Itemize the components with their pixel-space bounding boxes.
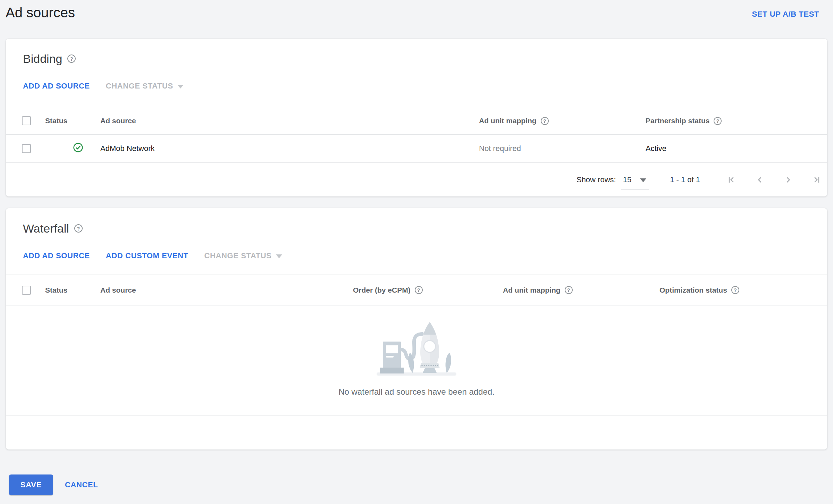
chevron-down-icon xyxy=(640,178,646,182)
column-header-partnership-status: Partnership status ? xyxy=(646,117,827,125)
column-header-order-ecpm: Order (by eCPM) ? xyxy=(353,286,503,294)
waterfall-table-header: Status Ad source Order (by eCPM) ? Ad un… xyxy=(6,275,827,305)
column-header-status: Status xyxy=(45,286,100,294)
select-all-checkbox[interactable] xyxy=(22,286,31,295)
page-actions: SAVE CANCEL xyxy=(9,474,833,495)
first-page-icon[interactable] xyxy=(726,175,736,185)
help-icon[interactable]: ? xyxy=(714,117,722,125)
save-button[interactable]: SAVE xyxy=(9,474,53,495)
ad-sources-page: Ad sources SET UP A/B TEST Bidding ? ADD… xyxy=(0,0,833,504)
page-title: Ad sources xyxy=(6,5,75,20)
empty-state-message: No waterfall ad sources have been added. xyxy=(6,387,827,397)
select-all-checkbox[interactable] xyxy=(22,116,31,125)
cancel-button[interactable]: CANCEL xyxy=(65,480,98,489)
chevron-down-icon xyxy=(177,85,184,89)
ad-source-name: AdMob Network xyxy=(100,144,479,153)
help-icon[interactable]: ? xyxy=(74,224,83,233)
help-icon[interactable]: ? xyxy=(731,286,739,294)
column-header-optimization-status: Optimization status ? xyxy=(659,286,827,294)
bidding-card: Bidding ? ADD AD SOURCE CHANGE STATUS St… xyxy=(6,39,827,196)
rows-per-page-select[interactable]: 15 xyxy=(622,175,647,184)
add-ad-source-button[interactable]: ADD AD SOURCE xyxy=(23,251,90,260)
table-row: AdMob Network Not required Active xyxy=(6,135,827,163)
setup-ab-test-button[interactable]: SET UP A/B TEST xyxy=(752,10,819,19)
waterfall-actions: ADD AD SOURCE ADD CUSTOM EVENT CHANGE ST… xyxy=(6,251,827,260)
waterfall-table: Status Ad source Order (by eCPM) ? Ad un… xyxy=(6,275,827,415)
change-status-label: CHANGE STATUS xyxy=(204,251,272,260)
column-header-ad-unit-mapping: Ad unit mapping ? xyxy=(479,117,646,125)
column-header-ad-source: Ad source xyxy=(100,117,479,125)
bidding-table: Status Ad source Ad unit mapping ? Partn… xyxy=(6,107,827,196)
row-checkbox[interactable] xyxy=(22,144,31,153)
rows-per-page-value: 15 xyxy=(623,175,631,184)
change-status-button[interactable]: CHANGE STATUS xyxy=(106,82,184,91)
help-icon[interactable]: ? xyxy=(541,117,549,125)
column-header-status: Status xyxy=(45,117,100,125)
page-header: Ad sources SET UP A/B TEST xyxy=(0,0,833,39)
add-ad-source-button[interactable]: ADD AD SOURCE xyxy=(23,82,90,91)
bidding-table-header: Status Ad source Ad unit mapping ? Partn… xyxy=(6,107,827,135)
active-status-icon xyxy=(73,142,83,153)
ad-unit-mapping-value: Not required xyxy=(479,144,646,153)
last-page-icon[interactable] xyxy=(812,175,822,185)
next-page-icon[interactable] xyxy=(783,175,793,185)
waterfall-card-head: Waterfall ? xyxy=(6,208,827,235)
chevron-down-icon xyxy=(276,254,282,258)
bidding-actions: ADD AD SOURCE CHANGE STATUS xyxy=(6,82,827,91)
partnership-status-value: Active xyxy=(646,144,827,153)
change-status-button[interactable]: CHANGE STATUS xyxy=(204,251,282,260)
change-status-label: CHANGE STATUS xyxy=(106,82,173,91)
waterfall-empty-state: No waterfall ad sources have been added. xyxy=(6,305,827,415)
previous-page-icon[interactable] xyxy=(755,175,765,185)
page-range: 1 - 1 of 1 xyxy=(670,175,700,184)
pagination-nav xyxy=(726,175,822,185)
column-header-ad-unit-mapping: Ad unit mapping ? xyxy=(503,286,659,294)
help-icon[interactable]: ? xyxy=(415,286,423,294)
waterfall-card: Waterfall ? ADD AD SOURCE ADD CUSTOM EVE… xyxy=(6,208,827,450)
add-custom-event-button[interactable]: ADD CUSTOM EVENT xyxy=(106,251,188,260)
bidding-pagination: Show rows: 15 1 - 1 of 1 xyxy=(6,163,827,196)
waterfall-title: Waterfall xyxy=(23,221,69,235)
help-icon[interactable]: ? xyxy=(67,54,76,63)
bidding-title: Bidding xyxy=(23,52,62,66)
show-rows-label: Show rows: xyxy=(577,175,616,184)
column-header-ad-source: Ad source xyxy=(100,286,353,294)
bidding-card-head: Bidding ? xyxy=(6,39,827,66)
help-icon[interactable]: ? xyxy=(565,286,573,294)
rocket-illustration xyxy=(377,320,456,377)
